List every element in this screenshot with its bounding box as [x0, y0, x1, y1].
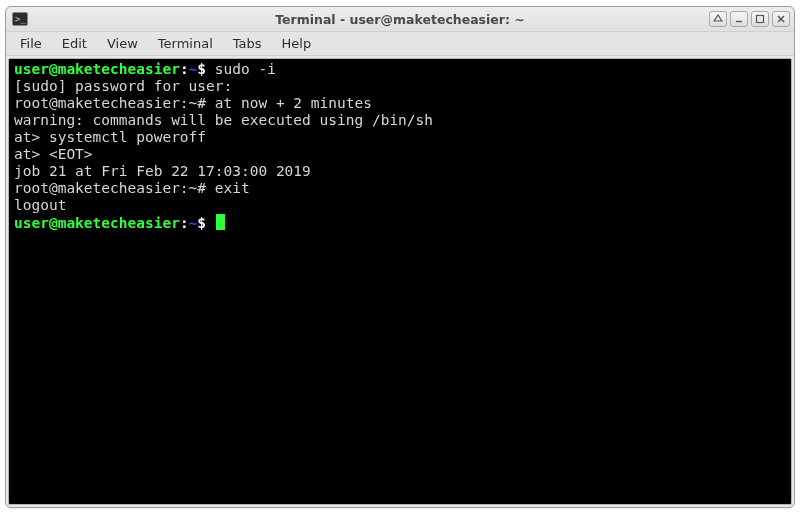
terminal-line: at> systemctl poweroff	[14, 129, 786, 146]
window-title: Terminal - user@maketecheasier: ~	[6, 12, 794, 27]
prompt-at: at>	[14, 146, 49, 162]
svg-text:>_: >_	[15, 14, 26, 24]
cursor	[216, 214, 225, 230]
titlebar: >_ Terminal - user@maketecheasier: ~	[6, 7, 794, 32]
terminal-line: at> <EOT>	[14, 146, 786, 163]
window-buttons	[709, 11, 790, 27]
terminal-line: user@maketecheasier:~$ sudo -i	[14, 61, 786, 78]
terminal-line: root@maketecheasier:~# at now + 2 minute…	[14, 95, 786, 112]
terminal-line: logout	[14, 197, 786, 214]
prompt-colon: :	[180, 215, 189, 231]
command-text: exit	[215, 180, 250, 196]
terminal-line: warning: commands will be executed using…	[14, 112, 786, 129]
menu-file[interactable]: File	[10, 32, 52, 55]
menu-tabs[interactable]: Tabs	[223, 32, 272, 55]
terminal-line: root@maketecheasier:~# exit	[14, 180, 786, 197]
terminal-line: user@maketecheasier:~$	[14, 214, 786, 232]
prompt-suffix: $	[197, 215, 214, 231]
command-text: <EOT>	[49, 146, 93, 162]
keep-above-button[interactable]	[709, 11, 727, 27]
close-button[interactable]	[772, 11, 790, 27]
command-text: systemctl poweroff	[49, 129, 206, 145]
prompt-root: root@maketecheasier:~#	[14, 180, 215, 196]
menu-terminal[interactable]: Terminal	[148, 32, 223, 55]
menu-help[interactable]: Help	[272, 32, 322, 55]
prompt-suffix: $	[197, 61, 214, 77]
prompt-user: user@maketecheasier	[14, 61, 180, 77]
terminal-output[interactable]: user@maketecheasier:~$ sudo -i[sudo] pas…	[8, 58, 792, 505]
terminal-icon: >_	[12, 11, 28, 27]
minimize-button[interactable]	[730, 11, 748, 27]
menu-edit[interactable]: Edit	[52, 32, 97, 55]
terminal-line: [sudo] password for user:	[14, 78, 786, 95]
prompt-root: root@maketecheasier:~#	[14, 95, 215, 111]
maximize-button[interactable]	[751, 11, 769, 27]
prompt-colon: :	[180, 61, 189, 77]
terminal-window: >_ Terminal - user@maketecheasier: ~ Fil…	[5, 6, 795, 508]
command-text: at now + 2 minutes	[215, 95, 372, 111]
terminal-line: job 21 at Fri Feb 22 17:03:00 2019	[14, 163, 786, 180]
svg-rect-3	[757, 16, 764, 23]
menu-view[interactable]: View	[97, 32, 148, 55]
prompt-user: user@maketecheasier	[14, 215, 180, 231]
menubar: File Edit View Terminal Tabs Help	[6, 32, 794, 56]
prompt-at: at>	[14, 129, 49, 145]
terminal-viewport: user@maketecheasier:~$ sudo -i[sudo] pas…	[6, 56, 794, 507]
command-text: sudo -i	[215, 61, 276, 77]
